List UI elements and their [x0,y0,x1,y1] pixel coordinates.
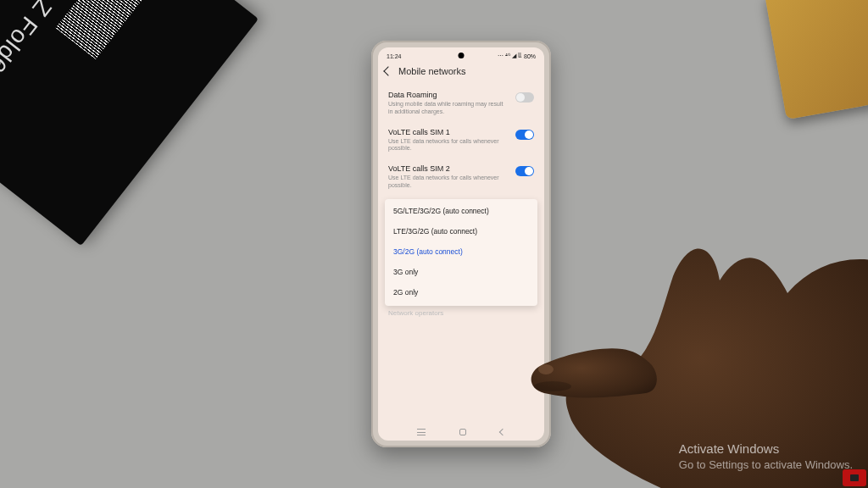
setting-subtitle: Use LTE data networks for calls whenever… [388,138,509,153]
camera-punch-hole-icon [459,53,465,58]
page-header: Mobile networks [378,61,544,85]
product-box: Galaxy Z Fold6 [0,0,259,246]
android-navbar [378,429,544,435]
watermark-title: Activate Windows [679,441,853,458]
wooden-object [765,0,868,119]
status-net-icon: ⋯ ⁴ᴳ ◢ 𝗅𝗅 [498,53,521,59]
status-time: 11:24 [387,53,402,59]
status-battery: 80% [524,53,536,59]
page-title: Mobile networks [398,66,465,76]
setting-title: VoLTE calls SIM 2 [388,164,509,173]
setting-title: VoLTE calls SIM 1 [388,128,509,136]
network-option-2g[interactable]: 2G only [385,282,537,302]
network-mode-dropdown: 5G/LTE/3G/2G (auto connect) LTE/3G/2G (a… [385,199,537,306]
setting-volte-sim2[interactable]: VoLTE calls SIM 2 Use LTE data networks … [378,158,544,196]
network-option-5g[interactable]: 5G/LTE/3G/2G (auto connect) [385,201,537,221]
watermark-sub: Go to Settings to activate Windows. [679,458,853,473]
toggle-volte-sim1[interactable] [515,130,534,140]
windows-activation-watermark: Activate Windows Go to Settings to activ… [679,441,853,473]
barcode-icon [56,0,159,59]
toggle-data-roaming[interactable] [515,92,534,103]
setting-data-roaming[interactable]: Data Roaming Using mobile data while roa… [378,85,544,122]
setting-title: Data Roaming [388,91,509,99]
network-option-3g[interactable]: 3G only [385,262,537,282]
recents-icon[interactable] [417,429,426,435]
home-icon[interactable] [459,429,466,435]
setting-network-operators[interactable]: Network operators [378,306,544,320]
setting-volte-sim1[interactable]: VoLTE calls SIM 1 Use LTE data networks … [378,122,544,159]
network-option-lte[interactable]: LTE/3G/2G (auto connect) [385,221,537,241]
back-icon[interactable] [383,66,392,75]
phone-frame: 11:24 ⋯ ⁴ᴳ ◢ 𝗅𝗅 80% Mobile networks Data… [371,41,551,447]
setting-subtitle: Using mobile data while roaming may resu… [388,101,509,116]
phone-screen: 11:24 ⋯ ⁴ᴳ ◢ 𝗅𝗅 80% Mobile networks Data… [378,47,544,441]
network-option-3g2g[interactable]: 3G/2G (auto connect) [385,241,537,262]
toggle-volte-sim2[interactable] [515,166,534,176]
setting-subtitle: Use LTE data networks for calls whenever… [388,175,509,190]
back-nav-icon[interactable] [499,429,506,435]
channel-badge-icon [843,469,866,486]
